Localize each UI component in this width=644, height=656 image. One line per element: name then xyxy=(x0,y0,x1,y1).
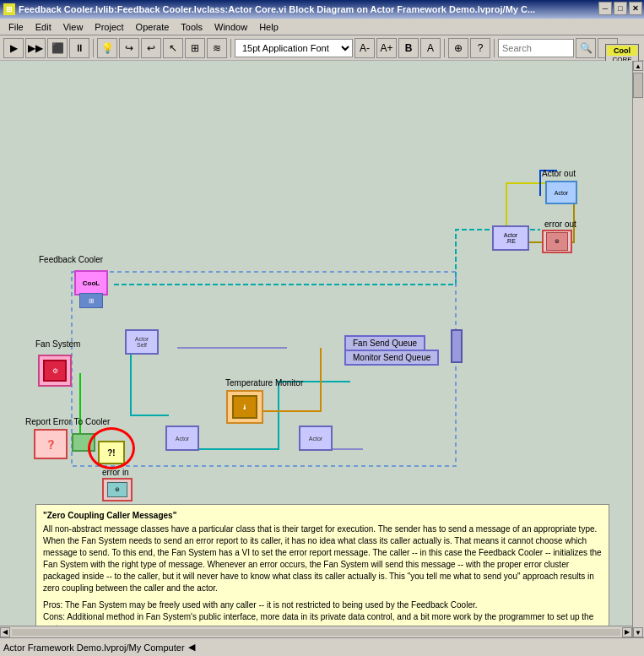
run-continuously-button[interactable]: ▶▶ xyxy=(25,38,46,58)
status-arrow: ◀ xyxy=(188,642,195,653)
retain-wire-button[interactable]: ⊞ xyxy=(185,38,205,58)
menu-operate[interactable]: Operate xyxy=(131,21,175,33)
annotation-title: "Zero Coupling Caller Messages" xyxy=(43,510,602,522)
actor-block-left[interactable]: Actor xyxy=(165,426,199,451)
actor-block-right[interactable]: Actor xyxy=(299,426,333,451)
search-button[interactable]: 🔍 xyxy=(576,38,596,58)
menu-file[interactable]: File xyxy=(3,21,29,33)
error-out-label: error out xyxy=(544,220,576,229)
minimize-button[interactable]: ─ xyxy=(598,2,612,15)
actor-self-block[interactable]: ActorSelf xyxy=(125,329,159,355)
step-over-button[interactable]: ↪ xyxy=(119,38,139,58)
horizontal-scrollbar[interactable]: ◀ ▶ xyxy=(0,626,632,637)
step-into-button[interactable]: ↩ xyxy=(141,38,161,58)
temperature-monitor-label: Temperature Monitor xyxy=(225,378,303,388)
red-circle-indicator xyxy=(88,427,135,469)
scroll-up-button[interactable]: ▲ xyxy=(633,61,643,71)
highlight-button[interactable]: 💡 xyxy=(97,38,117,58)
error-cluster-right[interactable]: ⊛ xyxy=(542,230,572,253)
actor-re-block[interactable]: Actor.RE xyxy=(492,225,529,251)
temperature-monitor-block[interactable]: 🌡 xyxy=(226,390,263,424)
text-color-button[interactable]: A xyxy=(420,38,441,58)
zoom-button[interactable]: ⊕ xyxy=(448,38,468,58)
maximize-button[interactable]: □ xyxy=(614,2,627,15)
h-scroll-track xyxy=(12,629,620,636)
cool-label: Cool xyxy=(607,46,637,56)
run-button[interactable]: ▶ xyxy=(3,38,24,58)
cool-sub-icon: ⊞ xyxy=(79,293,103,308)
menu-help[interactable]: Help xyxy=(254,21,284,33)
report-error-block[interactable]: ❓ xyxy=(34,429,68,459)
toolbar-separator-4 xyxy=(494,39,495,57)
actor-out-label: Actor out xyxy=(542,169,576,178)
status-bar: Actor Framework Demo.lvproj/My Computer … xyxy=(0,637,644,656)
menu-view[interactable]: View xyxy=(58,21,89,33)
error-in-cluster[interactable]: ⊛ xyxy=(102,478,133,501)
pause-button[interactable]: ⏸ xyxy=(69,38,89,58)
toolbar-separator-2 xyxy=(230,39,231,57)
menu-project[interactable]: Project xyxy=(89,21,128,33)
bold-button[interactable]: B xyxy=(398,38,419,58)
step-out-button[interactable]: ↖ xyxy=(163,38,183,58)
menu-tools[interactable]: Tools xyxy=(176,21,208,33)
fan-system-block[interactable]: ⚙ xyxy=(38,355,72,387)
clean-up-button[interactable]: ≋ xyxy=(207,38,227,58)
text-size-dec[interactable]: A- xyxy=(354,38,375,58)
toolbar: ▶ ▶▶ ⬛ ⏸ 💡 ↪ ↩ ↖ ⊞ ≋ 15pt Application Fo… xyxy=(0,35,644,61)
toolbar-separator-3 xyxy=(444,39,445,57)
annotation-body: All non-abstract message classes have a … xyxy=(43,523,602,594)
error-in-label: error in xyxy=(102,468,129,477)
actor-out-block[interactable]: Actor xyxy=(545,181,577,204)
menu-bar: File Edit View Project Operate Tools Win… xyxy=(0,19,644,35)
font-selector[interactable]: 15pt Application Font xyxy=(235,39,353,57)
monitor-send-queue[interactable]: Monitor Send Queue xyxy=(344,350,439,366)
toolbar-separator-1 xyxy=(93,39,94,57)
menu-window[interactable]: Window xyxy=(209,21,252,33)
queue-connector xyxy=(451,329,463,363)
fan-system-label: Fan System xyxy=(35,339,80,349)
scroll-down-button[interactable]: ▼ xyxy=(633,627,643,637)
status-text: Actor Framework Demo.lvproj/My Computer xyxy=(3,642,185,653)
context-help-button[interactable]: ? xyxy=(470,38,490,58)
scroll-thumb[interactable] xyxy=(633,73,643,98)
app-icon: ⊞ xyxy=(3,3,15,15)
annotation-box: "Zero Coupling Caller Messages" All non-… xyxy=(35,504,609,637)
abort-button[interactable]: ⬛ xyxy=(47,38,68,58)
cool-block[interactable]: CooL xyxy=(74,270,108,295)
close-button[interactable]: ✕ xyxy=(629,2,642,15)
text-size-inc[interactable]: A+ xyxy=(376,38,397,58)
menu-edit[interactable]: Edit xyxy=(30,21,57,33)
diagram-area[interactable]: Feedback Cooler CooL ⊞ ActorSelf Fan Sys… xyxy=(0,61,644,637)
title-bar: ⊞ Feedback Cooler.lvlib:Feedback Cooler.… xyxy=(0,0,644,19)
scroll-left-button[interactable]: ◀ xyxy=(0,627,10,637)
scroll-right-button[interactable]: ▶ xyxy=(622,627,632,637)
window-title: Feedback Cooler.lvlib:Feedback Cooler.lv… xyxy=(19,4,535,14)
cool-block-label: CooL xyxy=(83,279,100,287)
feedback-cooler-label: Feedback Cooler xyxy=(39,255,103,264)
vertical-scrollbar[interactable]: ▲ ▼ xyxy=(632,61,644,637)
search-input[interactable] xyxy=(498,39,574,57)
report-error-label: Report Error To Cooler xyxy=(25,417,110,426)
